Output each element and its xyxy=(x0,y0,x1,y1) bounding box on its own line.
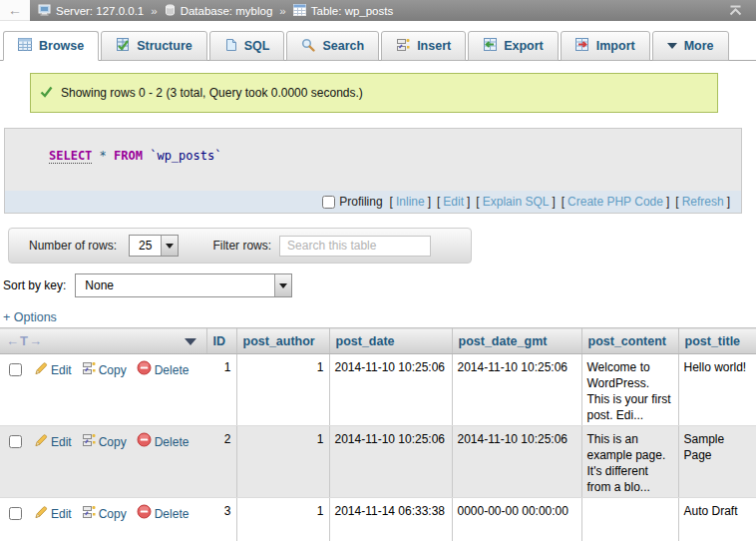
tab-sql-label: SQL xyxy=(244,39,270,53)
sort-by-key-row: Sort by key: None xyxy=(3,273,756,297)
search-icon xyxy=(301,38,315,55)
nav-panel-toggle[interactable]: ← xyxy=(0,0,30,21)
cell-post-title: Auto Draft xyxy=(678,498,756,541)
table-row: Edit Copy Delete 2 1 2014-11-10 10:25:06… xyxy=(0,426,756,498)
sql-query-text: SELECT * FROM `wp_posts` xyxy=(5,129,741,191)
delete-icon xyxy=(137,432,152,451)
tab-structure-label: Structure xyxy=(137,39,192,53)
bracket: [ xyxy=(437,195,440,209)
options-toggle-link[interactable]: + Options xyxy=(3,310,73,324)
edit-query-link[interactable]: Edit xyxy=(443,195,464,209)
row-select-checkbox[interactable] xyxy=(9,363,22,376)
column-header-post-title[interactable]: post_title xyxy=(678,328,756,354)
tab-sql[interactable]: SQL xyxy=(209,31,285,61)
breadcrumb-database[interactable]: Database: myblog xyxy=(181,5,273,17)
cell-post-date: 2014-11-14 06:33:38 xyxy=(329,498,452,541)
edit-row-link[interactable]: Edit xyxy=(51,506,72,522)
sort-by-key-select[interactable]: None xyxy=(75,273,292,297)
column-toggle-header[interactable]: ←T→ xyxy=(0,328,206,354)
copy-row-link[interactable]: Copy xyxy=(99,506,127,522)
cell-post-date-gmt: 2014-11-10 10:25:06 xyxy=(452,354,581,426)
tab-insert[interactable]: Insert xyxy=(381,31,466,61)
cell-post-title: Sample Page xyxy=(678,426,756,498)
tab-search-label: Search xyxy=(322,39,364,53)
column-header-post-date[interactable]: post_date xyxy=(329,328,452,354)
server-icon xyxy=(38,4,51,18)
cell-post-author: 1 xyxy=(236,354,329,426)
sql-keyword-from: FROM xyxy=(114,149,143,163)
tab-more[interactable]: More xyxy=(652,31,729,61)
row-select-checkbox[interactable] xyxy=(9,435,22,448)
number-of-rows-select[interactable]: 25 xyxy=(129,235,179,257)
sql-table-ref: `wp_posts` xyxy=(143,149,221,163)
copy-icon xyxy=(82,361,96,379)
explain-sql-link[interactable]: Explain SQL xyxy=(483,195,550,209)
inline-link[interactable]: Inline xyxy=(396,195,425,209)
copy-row-link[interactable]: Copy xyxy=(99,434,127,450)
status-message: Showing rows 0 - 2 (3 total, Query took … xyxy=(30,73,718,113)
row-select-checkbox[interactable] xyxy=(9,507,22,520)
filter-rows-input[interactable] xyxy=(279,236,431,257)
database-icon xyxy=(165,4,176,18)
profiling-checkbox[interactable] xyxy=(322,196,335,209)
options-chevron-icon[interactable] xyxy=(185,338,196,345)
create-php-code-link[interactable]: Create PHP Code xyxy=(567,195,663,209)
sql-query-box: SELECT * FROM `wp_posts` Profiling [Inli… xyxy=(4,128,742,214)
export-icon xyxy=(483,38,497,54)
bracket: [ xyxy=(562,195,565,209)
results-table: ←T→ ID post_author post_date post_date_g… xyxy=(0,327,756,541)
column-header-id[interactable]: ID xyxy=(206,328,236,354)
select-dropdown-button[interactable] xyxy=(161,236,178,256)
delete-row-link[interactable]: Delete xyxy=(155,506,189,522)
collapse-topbar-icon[interactable] xyxy=(727,4,744,19)
refresh-link[interactable]: Refresh xyxy=(682,195,724,209)
tab-import[interactable]: Import xyxy=(561,31,650,61)
tab-export-label: Export xyxy=(504,39,544,53)
tab-more-label: More xyxy=(684,39,714,53)
dropdown-arrow-icon xyxy=(166,244,174,249)
copy-icon xyxy=(82,505,96,523)
cell-post-author: 1 xyxy=(236,426,329,498)
number-of-rows-value: 25 xyxy=(130,236,161,256)
delete-row-link[interactable]: Delete xyxy=(155,434,189,450)
cell-id: 3 xyxy=(206,498,236,541)
pencil-icon xyxy=(34,505,48,523)
sql-star: * xyxy=(92,149,114,163)
breadcrumb-separator-2: » xyxy=(279,5,285,17)
tab-search[interactable]: Search xyxy=(286,31,379,61)
copy-row-link[interactable]: Copy xyxy=(99,362,127,378)
breadcrumb-table: Table: wp_posts xyxy=(311,5,393,17)
more-chevron-icon xyxy=(667,43,677,49)
column-resize-glyphs[interactable]: ←T→ xyxy=(6,333,43,348)
structure-icon xyxy=(116,38,130,54)
left-arrow-icon: ← xyxy=(8,2,22,18)
tab-browse[interactable]: Browse xyxy=(3,31,99,61)
sql-keyword-select: SELECT xyxy=(49,149,92,164)
row-actions-cell: Edit Copy Delete xyxy=(0,498,206,541)
tab-export[interactable]: Export xyxy=(468,31,559,61)
column-header-post-date-gmt[interactable]: post_date_gmt xyxy=(452,328,581,354)
insert-icon xyxy=(396,38,410,55)
tab-import-label: Import xyxy=(596,39,635,53)
cell-post-title: Hello world! xyxy=(678,354,756,426)
delete-row-link[interactable]: Delete xyxy=(155,362,189,378)
column-header-post-author[interactable]: post_author xyxy=(236,328,329,354)
success-check-icon xyxy=(40,86,53,101)
import-icon xyxy=(575,38,589,54)
edit-row-link[interactable]: Edit xyxy=(51,362,72,378)
profiling-label: Profiling xyxy=(339,195,382,209)
breadcrumb-server[interactable]: Server: 127.0.0.1 xyxy=(56,5,144,17)
bracket: [ xyxy=(390,195,393,209)
bracket: ] xyxy=(428,195,431,209)
pencil-icon xyxy=(34,433,48,451)
breadcrumb-separator: » xyxy=(151,5,157,17)
cell-post-content xyxy=(581,498,678,541)
header-row: ←T→ ID post_author post_date post_date_g… xyxy=(0,328,756,354)
edit-row-link[interactable]: Edit xyxy=(51,434,72,450)
tab-structure[interactable]: Structure xyxy=(101,31,207,61)
column-header-post-content[interactable]: post_content xyxy=(581,328,678,354)
bracket: [ xyxy=(476,195,479,209)
filter-rows-label: Filter rows: xyxy=(212,239,271,253)
number-of-rows-label: Number of rows: xyxy=(29,239,117,253)
select-dropdown-button[interactable] xyxy=(274,274,291,296)
